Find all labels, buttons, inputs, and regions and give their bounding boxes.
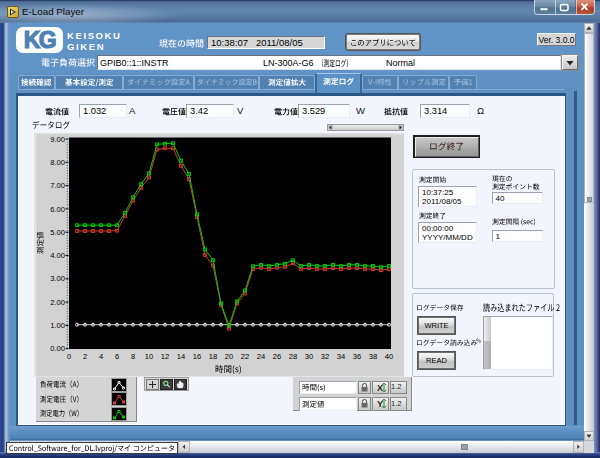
- svg-text:2: 2: [82, 352, 86, 361]
- svg-text:0: 0: [66, 352, 70, 361]
- svg-text:8.00: 8.00: [50, 158, 65, 167]
- svg-text:22: 22: [240, 352, 248, 361]
- svg-text:26: 26: [272, 352, 280, 361]
- svg-text:24: 24: [256, 352, 264, 361]
- svg-text:4: 4: [98, 352, 102, 361]
- svg-text:20: 20: [224, 352, 232, 361]
- svg-text:7.00: 7.00: [50, 181, 65, 190]
- svg-text:5.00: 5.00: [50, 228, 65, 237]
- svg-text:3.00: 3.00: [50, 274, 65, 283]
- svg-text:0.00: 0.00: [50, 344, 65, 353]
- svg-text:6.00: 6.00: [50, 205, 65, 214]
- svg-text:6: 6: [114, 352, 118, 361]
- svg-text:4.00: 4.00: [50, 251, 65, 260]
- svg-text:18: 18: [208, 352, 216, 361]
- svg-text:1.00: 1.00: [50, 321, 65, 330]
- svg-text:9.00: 9.00: [50, 135, 65, 144]
- svg-text:16: 16: [192, 352, 200, 361]
- svg-text:8: 8: [130, 352, 134, 361]
- svg-text:2.00: 2.00: [50, 298, 65, 307]
- svg-text:32: 32: [320, 352, 328, 361]
- svg-text:10: 10: [144, 352, 152, 361]
- svg-text:38: 38: [368, 352, 376, 361]
- svg-text:28: 28: [288, 352, 296, 361]
- svg-text:34: 34: [336, 352, 344, 361]
- svg-text:30: 30: [304, 352, 312, 361]
- svg-text:36: 36: [352, 352, 360, 361]
- svg-text:14: 14: [176, 352, 184, 361]
- svg-text:12: 12: [160, 352, 168, 361]
- svg-text:40: 40: [384, 352, 392, 361]
